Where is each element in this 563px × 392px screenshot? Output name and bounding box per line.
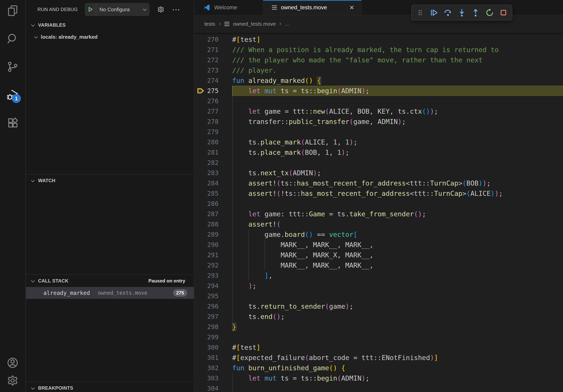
code-line[interactable]: 300#[test] (194, 342, 563, 353)
code-line[interactable]: 290 MARK__, MARK__, MARK__, (194, 240, 563, 250)
call-stack-section-header[interactable]: CALL STACK Paused on entry (26, 275, 194, 287)
code-line[interactable]: 301#[expected_failure(abort_code = ttt::… (194, 353, 563, 363)
tab-welcome[interactable]: Welcome (194, 0, 263, 15)
breadcrumb-item-file[interactable]: owned_tests.move (233, 21, 276, 27)
code-line[interactable]: 297 ts.end(); (194, 312, 563, 322)
run-and-debug-icon[interactable]: 1 (6, 88, 19, 101)
code-line[interactable]: 274fun already_marked() { (194, 75, 563, 86)
line-gutter[interactable]: 278 (194, 117, 232, 127)
code-line[interactable]: 286 (194, 198, 563, 209)
line-gutter[interactable]: 270 (194, 34, 232, 45)
variables-scope-row[interactable]: locals: already_marked (26, 31, 194, 43)
code-line[interactable]: 285 assert!(!ts::has_most_recent_for_add… (194, 188, 563, 198)
code-line[interactable]: 277 let game = ttt::new(ALICE, BOB, KEY,… (194, 106, 563, 117)
code-line[interactable]: 275 let mut ts = ts::begin(ADMIN); (194, 86, 563, 96)
close-icon[interactable]: ✕ (349, 4, 354, 11)
code-line[interactable]: 296 ts.return_to_sender(game); (194, 301, 563, 312)
code-line[interactable]: 273/// player. (194, 65, 563, 75)
code-line[interactable]: 302fun burn_unfinished_game() { (194, 363, 563, 373)
code-line[interactable]: 299 (194, 332, 563, 342)
line-gutter[interactable]: 297 (194, 312, 232, 322)
line-gutter[interactable]: 289 (194, 229, 232, 240)
line-gutter[interactable]: 294 (194, 281, 232, 291)
line-gutter[interactable]: 304 (194, 383, 232, 392)
line-gutter[interactable]: 271 (194, 45, 232, 55)
toolbar-drag-handle-icon[interactable] (415, 7, 425, 18)
step-out-icon[interactable] (470, 7, 481, 18)
line-gutter[interactable]: 283 (194, 168, 232, 178)
tab-owned-tests-move[interactable]: owned_tests.move ✕ (263, 0, 362, 15)
code-line[interactable]: 283 ts.next_tx(ADMIN); (194, 168, 563, 178)
line-gutter[interactable]: 301 (194, 353, 232, 363)
start-debugging-icon[interactable] (85, 3, 96, 16)
line-gutter[interactable]: 280 (194, 137, 232, 147)
continue-icon[interactable] (429, 7, 439, 18)
line-gutter[interactable]: 300 (194, 342, 232, 353)
code-line[interactable]: 295 (194, 291, 563, 301)
line-gutter[interactable]: 296 (194, 301, 232, 312)
variables-section-header[interactable]: VARIABLES (26, 19, 194, 31)
line-gutter[interactable]: 272 (194, 55, 232, 65)
line-gutter[interactable]: 298 (194, 322, 232, 332)
line-gutter[interactable]: 288 (194, 219, 232, 229)
line-gutter[interactable]: 302 (194, 363, 232, 373)
line-gutter[interactable]: 286 (194, 198, 232, 209)
code-line[interactable]: 270#[test] (194, 34, 563, 45)
debug-settings-gear-icon[interactable] (157, 6, 165, 13)
extensions-icon[interactable] (6, 117, 19, 129)
search-icon[interactable] (6, 32, 19, 45)
line-gutter[interactable]: 287 (194, 209, 232, 219)
line-gutter[interactable]: 290 (194, 240, 232, 250)
line-gutter[interactable]: 275 (194, 86, 232, 96)
line-gutter[interactable]: 285 (194, 188, 232, 198)
more-actions-icon[interactable]: ⋯ (172, 8, 180, 12)
code-line[interactable]: 279 (194, 127, 563, 137)
code-line[interactable]: 271/// When a position is already marked… (194, 45, 563, 55)
code-line[interactable]: 293 ], (194, 270, 563, 281)
line-gutter[interactable]: 279 (194, 127, 232, 137)
code-line[interactable]: 294 ); (194, 281, 563, 291)
stop-icon[interactable] (498, 7, 509, 18)
code-line[interactable]: 291 MARK__, MARK_X, MARK__, (194, 250, 563, 260)
explorer-icon[interactable] (6, 4, 19, 17)
step-over-icon[interactable] (443, 7, 453, 18)
line-gutter[interactable]: 299 (194, 332, 232, 342)
code-line[interactable]: 288 assert!( (194, 219, 563, 229)
code-line[interactable]: 298} (194, 322, 563, 332)
code-line[interactable]: 304 (194, 383, 563, 392)
code-line[interactable]: 292 MARK__, MARK__, MARK__, (194, 260, 563, 270)
code-line[interactable]: 287 let game: ttt::Game = ts.take_from_s… (194, 209, 563, 219)
line-gutter[interactable]: 303 (194, 373, 232, 383)
code-line[interactable]: 278 transfer::public_transfer(game, ADMI… (194, 117, 563, 127)
step-into-icon[interactable] (457, 7, 467, 18)
source-control-icon[interactable] (6, 60, 19, 73)
line-gutter[interactable]: 284 (194, 178, 232, 188)
code-line[interactable]: 280 ts.place_mark(ALICE, 1, 1); (194, 137, 563, 147)
line-gutter[interactable]: 291 (194, 250, 232, 260)
line-gutter[interactable]: 295 (194, 291, 232, 301)
code-line[interactable]: 272/// the player who made the "false" m… (194, 55, 563, 65)
code-line[interactable]: 303 let mut ts = ts::begin(ADMIN); (194, 373, 563, 383)
line-gutter[interactable]: 276 (194, 96, 232, 106)
line-gutter[interactable]: 292 (194, 260, 232, 270)
line-gutter[interactable]: 273 (194, 65, 232, 75)
account-icon[interactable] (6, 356, 19, 369)
watch-section-header[interactable]: WATCH (26, 174, 194, 187)
launch-configuration-dropdown[interactable]: No Configura (85, 3, 150, 16)
code-line[interactable]: 284 assert!(ts::has_most_recent_for_addr… (194, 178, 563, 188)
breakpoints-section-header[interactable]: BREAKPOINTS (26, 382, 194, 392)
code-editor[interactable]: 270#[test]271/// When a position is alre… (194, 33, 563, 392)
code-line[interactable]: 289 game.board() == vector[ (194, 229, 563, 240)
restart-icon[interactable] (484, 7, 495, 18)
settings-gear-icon[interactable] (6, 374, 19, 387)
line-gutter[interactable]: 281 (194, 147, 232, 157)
breadcrumb-item-symbol[interactable]: … (285, 21, 290, 27)
line-gutter[interactable]: 282 (194, 157, 232, 168)
code-line[interactable]: 281 ts.place_mark(BOB, 1, 1); (194, 147, 563, 157)
line-gutter[interactable]: 274 (194, 75, 232, 86)
line-gutter[interactable]: 293 (194, 270, 232, 281)
line-gutter[interactable]: 277 (194, 106, 232, 117)
stack-frame-row[interactable]: already_marked owned_tests.move 275 (26, 287, 194, 299)
code-line[interactable]: 276 (194, 96, 563, 106)
code-line[interactable]: 282 (194, 157, 563, 168)
